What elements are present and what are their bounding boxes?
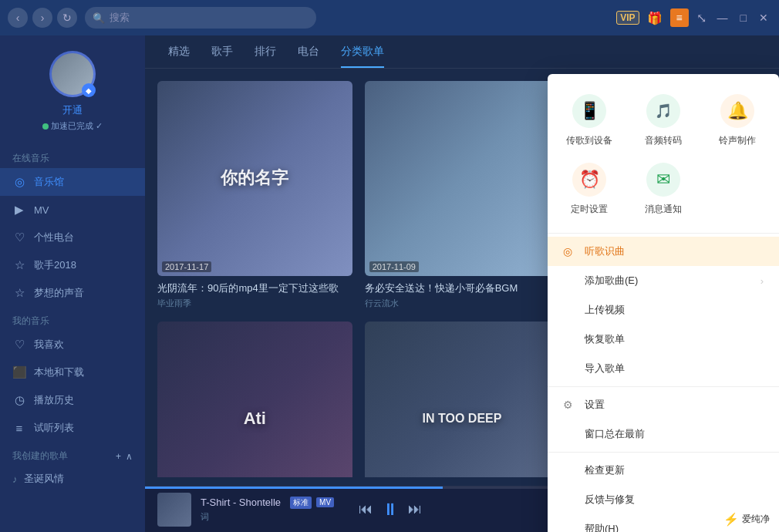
search-bar[interactable]: 🔍 搜索 (85, 7, 316, 29)
close-button[interactable]: ✕ (756, 12, 771, 24)
status-dot (42, 123, 49, 130)
dropdown-menu: 📱 传歌到设备 🎵 音频转码 🔔 铃声制作 ⏰ 定时设置 ✉ 消息通知 (548, 74, 779, 532)
my-playlist-label: 我创建的歌单 (12, 450, 68, 463)
user-name[interactable]: 开通 (62, 103, 83, 117)
sidebar: ◆ 开通 加速已完成 ✓ 在线音乐 ◎ 音乐馆 ▶ MV ♡ 个性电台 ☆ 歌手… (0, 35, 145, 532)
menu-button[interactable]: ≡ (670, 8, 689, 27)
sidebar-item-personal-radio[interactable]: ♡ 个性电台 (0, 224, 145, 251)
card-5[interactable]: IN TOO DEEP 2017-12-07 Armada Tech | 穿梭于… (365, 322, 560, 477)
sidebar-item-label: 本地和下载 (34, 365, 84, 379)
tab-nav: 精选 歌手 排行 电台 分类歌单 (145, 35, 779, 69)
vip-badge[interactable]: VIP (616, 11, 639, 25)
gift-icon[interactable]: 🎁 (647, 11, 663, 25)
transfer-label: 传歌到设备 (566, 134, 612, 147)
status-text: 加速已完成 (51, 120, 93, 132)
card-thumbnail: IN TOO DEEP 2017-12-07 (365, 322, 560, 477)
timer-label: 定时设置 (571, 203, 608, 216)
ringtone-label: 铃声制作 (719, 134, 756, 147)
my-music-label: 我的音乐 (0, 307, 145, 331)
list-icon: ≡ (12, 422, 26, 435)
menu-item-window-top[interactable]: 窗口总在最前 (548, 419, 779, 449)
menu-icon-transfer[interactable]: 📱 传歌到设备 (555, 89, 623, 152)
playlist-item-label: 圣诞风情 (24, 472, 64, 486)
sidebar-item-singer-2018[interactable]: ☆ 歌手2018 (0, 251, 145, 279)
menu-item-import-list[interactable]: 导入歌单 (548, 354, 779, 383)
tab-category[interactable]: 分类歌单 (341, 45, 384, 68)
pause-button[interactable]: ⏸ (382, 500, 399, 520)
message-icon-circle: ✉ (646, 163, 680, 197)
sidebar-item-local-download[interactable]: ⬛ 本地和下载 (0, 359, 145, 386)
next-button[interactable]: ⏭ (408, 501, 422, 517)
menu-item-label: 上传视频 (585, 303, 625, 317)
menu-item-label: 添加歌曲(E) (585, 274, 638, 288)
menu-item-label: 窗口总在最前 (585, 427, 645, 441)
card-2[interactable]: 2017-11-09 务必安全送达！快递小哥必备BGM 行云流水 (365, 81, 560, 309)
user-profile: ◆ 开通 加速已完成 ✓ (0, 35, 145, 144)
menu-item-upload-video[interactable]: 上传视频 (548, 295, 779, 325)
sidebar-item-dream-sound[interactable]: ☆ 梦想的声音 (0, 279, 145, 307)
singer-icon: ☆ (12, 258, 26, 272)
nav-forward[interactable]: › (32, 8, 52, 28)
sidebar-item-play-history[interactable]: ◷ 播放历史 (0, 386, 145, 414)
sidebar-item-music-box[interactable]: ◎ 音乐馆 (0, 168, 145, 196)
menu-item-check-update[interactable]: 检查更新 (548, 456, 779, 485)
playlist-section-header: 我创建的歌单 + ∧ (0, 442, 145, 466)
shrink-icon[interactable]: ⤡ (696, 11, 706, 25)
menu-item-add-song[interactable]: 添加歌曲(E) › (548, 266, 779, 295)
menu-icon-timer[interactable]: ⏰ 定时设置 (555, 158, 623, 221)
nav-refresh[interactable]: ↻ (57, 8, 77, 28)
menu-item-label: 帮助(H) (585, 522, 619, 532)
card-thumb-bg: Ati (157, 322, 352, 477)
watermark: ⚡ 爱纯净 (717, 510, 776, 529)
card-subtitle: 毕业雨季 (157, 298, 352, 309)
menu-icon-ringtone[interactable]: 🔔 铃声制作 (703, 89, 771, 152)
sidebar-item-label: 梦想的声音 (34, 286, 84, 300)
tab-featured[interactable]: 精选 (168, 45, 190, 68)
sidebar-item-trial-list[interactable]: ≡ 试听列表 (0, 414, 145, 442)
player-title: T-Shirt - Shontelle (201, 497, 281, 508)
menu-item-listen-identify[interactable]: ◎ 听歌识曲 (548, 237, 779, 266)
note-icon: ♪ (12, 473, 18, 485)
avatar[interactable]: ◆ (49, 51, 96, 97)
sidebar-item-mv[interactable]: ▶ MV (0, 196, 145, 224)
menu-icon-message[interactable]: ✉ 消息通知 (629, 158, 697, 221)
heart-icon: ♡ (12, 338, 26, 352)
music-box-icon: ◎ (12, 175, 26, 189)
card-thumbnail: Ati 2017-12-08 (157, 322, 352, 477)
player-controls: ⏮ ⏸ ⏭ (359, 500, 422, 520)
add-playlist-button[interactable]: + (116, 451, 121, 462)
vip-diamond-icon: ◆ (82, 83, 96, 97)
card-date: 2017-11-09 (369, 261, 419, 272)
collapse-playlist-button[interactable]: ∧ (126, 451, 133, 462)
main-layout: ◆ 开通 加速已完成 ✓ 在线音乐 ◎ 音乐馆 ▶ MV ♡ 个性电台 ☆ 歌手… (0, 35, 779, 532)
prev-button[interactable]: ⏮ (359, 501, 373, 517)
minimize-button[interactable]: — (714, 12, 731, 24)
title-bar: ‹ › ↻ 🔍 搜索 VIP 🎁 ≡ ⤡ — □ ✕ (0, 0, 779, 35)
card-date: 2017-11-17 (162, 261, 211, 272)
quality-badge: 标准 (290, 497, 312, 509)
lyric-btn[interactable]: 词 (201, 511, 334, 523)
card-1[interactable]: 你的名字 2017-11-17 光阴流年：90后的mp4里一定下过这些歌 毕业雨… (157, 81, 352, 309)
menu-item-settings[interactable]: ⚙ 设置 (548, 390, 779, 419)
progress-fill (145, 487, 443, 489)
sidebar-item-label: MV (34, 204, 49, 216)
tab-singer[interactable]: 歌手 (211, 45, 233, 68)
card-thumb-bg (365, 81, 560, 276)
card-title: 务必安全送达！快递小哥必备BGM (365, 281, 560, 295)
menu-item-restore-list[interactable]: 恢复歌单 (548, 325, 779, 354)
tab-chart[interactable]: 排行 (255, 45, 276, 68)
card-4[interactable]: Ati 2017-12-08 文化碰撞 | 当西洋乐器遇上民族乐器 秋水浮萍任飘… (157, 322, 352, 477)
maximize-button[interactable]: □ (737, 12, 750, 24)
window-controls: — □ ✕ (714, 12, 771, 24)
sidebar-item-favorites[interactable]: ♡ 我喜欢 (0, 331, 145, 359)
card-thumb-bg: IN TOO DEEP (365, 322, 560, 477)
audio-convert-icon-circle: 🎵 (646, 94, 680, 128)
tab-radio[interactable]: 电台 (298, 45, 319, 68)
menu-icon-audio-convert[interactable]: 🎵 音频转码 (629, 89, 697, 152)
ringtone-icon-circle: 🔔 (720, 94, 754, 128)
nav-buttons: ‹ › ↻ (8, 8, 77, 28)
menu-item-label: 反馈与修复 (585, 493, 635, 507)
history-icon: ◷ (12, 393, 26, 407)
nav-back[interactable]: ‹ (8, 8, 28, 28)
playlist-item-christmas[interactable]: ♪ 圣诞风情 (0, 466, 145, 492)
